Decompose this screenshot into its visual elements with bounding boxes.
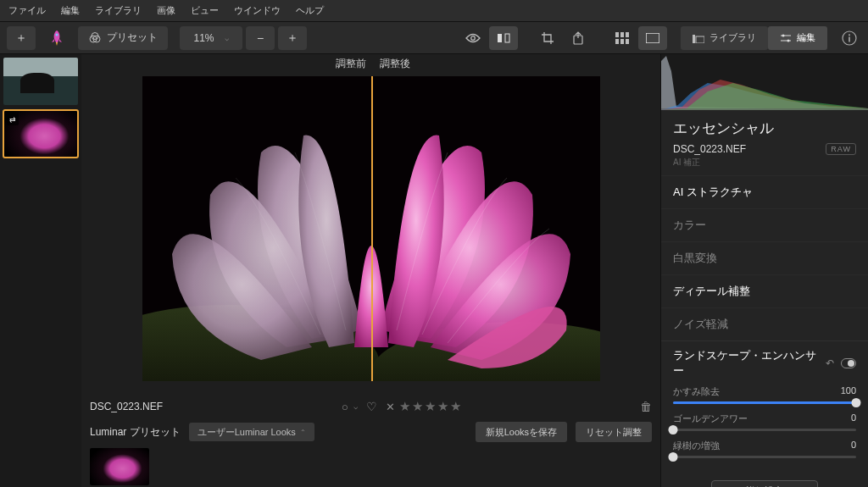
export-icon[interactable] bbox=[564, 26, 593, 50]
user-looks-dropdown[interactable]: ユーザーLuminar Looks ⌃ bbox=[189, 423, 314, 441]
filmstrip: ⇄ bbox=[0, 54, 81, 487]
landscape-enhancer-panel: ランドスケープ・エンハンサー ↶ かすみ除去 100 ゴールデンアワ bbox=[661, 340, 868, 475]
crop-icon[interactable] bbox=[533, 26, 562, 50]
menu-library[interactable]: ライブラリ bbox=[95, 4, 142, 17]
detail-button-wrap: 詳細設定 bbox=[661, 475, 868, 487]
info-button[interactable] bbox=[837, 26, 861, 50]
star-icon[interactable]: ★ bbox=[412, 399, 423, 414]
thumbnail[interactable] bbox=[3, 58, 78, 105]
canvas-wrap bbox=[81, 75, 660, 394]
zoom-in-button[interactable]: ＋ bbox=[278, 26, 307, 50]
after-label: 調整後 bbox=[380, 57, 410, 71]
slider-value: 100 bbox=[841, 385, 856, 398]
svg-rect-14 bbox=[646, 33, 659, 43]
svg-point-18 bbox=[787, 39, 790, 42]
preset-label: プリセット bbox=[107, 30, 158, 45]
tool-bw[interactable]: 白黒変換 bbox=[661, 241, 868, 274]
eye-icon[interactable] bbox=[459, 26, 487, 50]
slider-dehaze: かすみ除去 100 bbox=[673, 385, 856, 404]
save-looks-button[interactable]: 新規Looksを保存 bbox=[476, 422, 567, 442]
menu-file[interactable]: ファイル bbox=[8, 4, 46, 17]
before-label: 調整前 bbox=[336, 57, 366, 71]
main-area: ⇄ 調整前 調整後 bbox=[0, 54, 868, 487]
clear-rating-icon[interactable]: ✕ bbox=[386, 401, 395, 413]
image-canvas[interactable] bbox=[142, 76, 600, 381]
compare-divider[interactable] bbox=[371, 76, 373, 381]
svg-rect-12 bbox=[620, 39, 624, 44]
tool-ai-structure[interactable]: AI ストラクチャ bbox=[661, 175, 868, 208]
slider-knob[interactable] bbox=[852, 398, 861, 407]
star-icon[interactable]: ★ bbox=[399, 399, 410, 414]
preset-thumbnail[interactable] bbox=[90, 448, 149, 485]
library-tab[interactable]: ライブラリ bbox=[681, 26, 768, 50]
trash-icon[interactable]: 🗑 bbox=[640, 400, 652, 413]
grid-icon[interactable] bbox=[608, 26, 637, 50]
favorite-icon[interactable]: ♡ bbox=[366, 400, 377, 413]
image-footer: DSC_0223.NEF ○ ⌵ ♡ ✕ ★ ★ ★ ★ ★ 🗑 bbox=[81, 394, 660, 419]
rating-stars[interactable]: ✕ ★ ★ ★ ★ ★ bbox=[386, 399, 461, 414]
single-icon[interactable] bbox=[638, 26, 667, 50]
menu-view[interactable]: ビュー bbox=[191, 4, 219, 17]
library-tab-label: ライブラリ bbox=[709, 31, 756, 44]
star-icon[interactable]: ★ bbox=[437, 399, 448, 414]
svg-rect-13 bbox=[626, 39, 629, 44]
svg-rect-16 bbox=[696, 36, 704, 43]
tool-detail[interactable]: ディテール補整 bbox=[661, 274, 868, 307]
center-panel: 調整前 調整後 bbox=[81, 54, 660, 487]
rocket-icon[interactable] bbox=[42, 26, 71, 50]
raw-badge: RAW bbox=[826, 143, 856, 155]
library-icon bbox=[693, 33, 704, 43]
chevron-up-icon: ⌃ bbox=[300, 429, 306, 436]
svg-rect-21 bbox=[849, 36, 850, 42]
svg-point-4 bbox=[471, 36, 476, 40]
zoom-display[interactable]: 11% ⌵ bbox=[180, 26, 242, 50]
svg-rect-6 bbox=[505, 34, 509, 42]
user-looks-label: ユーザーLuminar Looks bbox=[198, 426, 296, 439]
venn-icon bbox=[88, 31, 102, 45]
compare-icon[interactable] bbox=[489, 26, 518, 50]
filename-label: DSC_0223.NEF bbox=[90, 401, 163, 412]
slider-knob[interactable] bbox=[669, 425, 678, 434]
reset-button[interactable]: リセット調整 bbox=[576, 422, 652, 442]
section-title: エッセンシャル bbox=[661, 110, 868, 143]
slider-label: かすみ除去 bbox=[673, 385, 720, 398]
menu-edit[interactable]: 編集 bbox=[61, 4, 80, 17]
slider-track[interactable] bbox=[673, 429, 856, 431]
svg-point-17 bbox=[782, 34, 785, 36]
star-icon[interactable]: ★ bbox=[425, 399, 436, 414]
add-button[interactable]: ＋ bbox=[7, 26, 36, 50]
menu-help[interactable]: ヘルプ bbox=[296, 4, 324, 17]
menu-image[interactable]: 画像 bbox=[157, 4, 175, 17]
edit-tab-label: 編集 bbox=[797, 31, 815, 44]
tool-noise[interactable]: ノイズ軽減 bbox=[661, 307, 868, 340]
mode-tabs: ライブラリ 編集 bbox=[681, 26, 827, 50]
sliders-icon bbox=[780, 33, 792, 43]
tool-color[interactable]: カラー bbox=[661, 208, 868, 241]
edit-tab[interactable]: 編集 bbox=[768, 26, 827, 50]
chevron-down-icon: ⌵ bbox=[225, 34, 229, 42]
menu-window[interactable]: ウインドウ bbox=[234, 4, 281, 17]
advanced-settings-button[interactable]: 詳細設定 bbox=[711, 480, 818, 487]
zoom-value: 11% bbox=[193, 32, 214, 44]
slider-track[interactable] bbox=[673, 401, 856, 404]
slider-track[interactable] bbox=[673, 456, 856, 458]
histogram[interactable] bbox=[661, 54, 868, 110]
slider-knob[interactable] bbox=[669, 452, 678, 462]
panel-toggle[interactable] bbox=[841, 358, 856, 368]
ai-enhance-label: AI 補正 bbox=[661, 157, 868, 175]
preset-button[interactable]: プリセット bbox=[78, 26, 168, 50]
flag-controls[interactable]: ○ ⌵ bbox=[342, 401, 358, 413]
svg-point-20 bbox=[849, 34, 850, 36]
preset-strip bbox=[81, 445, 660, 487]
presets-label: Luminar プリセット bbox=[90, 425, 181, 440]
thumbnail[interactable]: ⇄ bbox=[3, 110, 78, 158]
zoom-out-button[interactable]: − bbox=[246, 26, 275, 50]
compare-header: 調整前 調整後 bbox=[81, 54, 660, 75]
slider-foliage: 緑樹の増強 0 bbox=[673, 440, 856, 458]
slider-golden-hour: ゴールデンアワー 0 bbox=[673, 412, 856, 431]
star-icon[interactable]: ★ bbox=[450, 399, 461, 414]
svg-rect-9 bbox=[620, 32, 624, 37]
undo-icon[interactable]: ↶ bbox=[826, 357, 834, 369]
slider-value: 0 bbox=[851, 440, 856, 452]
svg-rect-11 bbox=[615, 39, 619, 44]
